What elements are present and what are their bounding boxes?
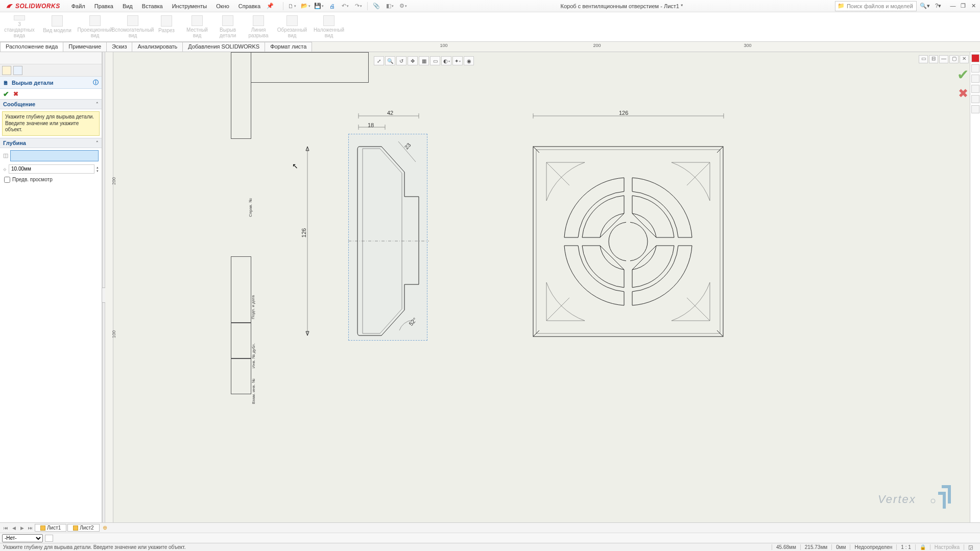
layer-bar: -Нет- xyxy=(0,533,980,543)
zoom-area-icon[interactable]: 🔍 xyxy=(385,56,395,65)
help-icon[interactable]: ?▾ xyxy=(933,3,943,9)
3d-drawing-icon[interactable]: ▦ xyxy=(419,56,429,65)
menu-help[interactable]: Справка xyxy=(234,2,265,11)
svg-text:Vertex: Vertex xyxy=(878,493,916,506)
tab-sketch[interactable]: Эскиз xyxy=(106,42,132,52)
cmd-auxiliary-view: Вспомогательный вид xyxy=(116,14,149,39)
dim-126-front: 126 xyxy=(619,110,628,116)
zoom-prev-icon[interactable]: ↺ xyxy=(396,56,407,65)
display-icon[interactable]: ✦ xyxy=(452,56,463,65)
tab-view-layout[interactable]: Расположение вида xyxy=(0,42,63,52)
zoom-fit-icon[interactable]: ⤢ xyxy=(374,56,384,65)
svg-point-29 xyxy=(931,499,935,503)
viewport-2h[interactable]: ⊟ xyxy=(929,55,938,63)
status-scale[interactable]: 1 : 1 xyxy=(896,544,915,550)
pin-icon[interactable]: 📌 xyxy=(267,3,274,9)
sheet-nav-first[interactable]: ⏮ xyxy=(2,525,9,531)
ruler-vertical: 200 100 xyxy=(105,52,113,522)
confirm-feature-icon[interactable]: ✔ xyxy=(957,66,969,83)
cmd-break-line: Линия разрыва xyxy=(245,14,272,39)
pan-icon[interactable]: ✥ xyxy=(408,56,418,65)
qat-save[interactable]: 💾 xyxy=(313,1,324,11)
svg-line-20 xyxy=(600,213,624,237)
window-restore[interactable]: ❐ xyxy=(959,3,968,9)
menu-tools[interactable]: Инструменты xyxy=(168,2,211,11)
status-coord-x: 45.68мм xyxy=(772,544,800,550)
tab-annotation[interactable]: Примечание xyxy=(63,42,107,52)
svg-line-26 xyxy=(687,298,710,321)
tab-addins[interactable]: Добавления SOLIDWORKS xyxy=(182,42,265,52)
depth-ref-icon: ◫ xyxy=(3,152,8,159)
status-lock-icon[interactable]: 🔒 xyxy=(915,544,930,550)
hide-show-icon[interactable]: ◐ xyxy=(441,56,451,65)
viewport-single[interactable]: ▭ xyxy=(919,55,928,63)
sheet-nav-last[interactable]: ⏭ xyxy=(27,525,34,531)
add-sheet-icon[interactable]: ⊕ xyxy=(101,524,109,531)
task-appearances[interactable] xyxy=(971,95,979,103)
menu-insert[interactable]: Вставка xyxy=(138,2,167,11)
task-design-lib[interactable] xyxy=(971,64,979,73)
menu-edit[interactable]: Правка xyxy=(90,2,117,11)
qat-redo[interactable]: ↷ xyxy=(353,1,364,11)
task-view-palette[interactable] xyxy=(971,85,979,93)
watermark: Vertex xyxy=(878,481,960,512)
svg-line-21 xyxy=(632,213,656,237)
menu-window[interactable]: Окно xyxy=(212,2,233,11)
sheet-nav-prev[interactable]: ◀ xyxy=(10,525,17,531)
panel-view-icon1[interactable] xyxy=(2,66,11,75)
layer-select[interactable]: -Нет- xyxy=(2,534,43,542)
window-close[interactable]: ✕ xyxy=(969,3,978,9)
title-block-column: Справ. № Подп. и дата Инв. № дубл. Взам.… xyxy=(231,52,251,440)
sheet-tab-1[interactable]: Лист1 xyxy=(35,524,66,532)
drawing-canvas[interactable]: ⤢ 🔍 ↺ ✥ ▦ ▭ ◐ ✦ ◉ ▭ ⊟ — ▢ ✕ ✔ ✖ xyxy=(113,52,980,522)
search-input[interactable]: 📁 Поиск файлов и моделей xyxy=(835,1,917,11)
qat-select[interactable]: 📎 xyxy=(371,1,382,11)
menu-file[interactable]: Файл xyxy=(67,2,89,11)
folder-icon: 📁 xyxy=(838,3,845,9)
sheet-nav-next[interactable]: ▶ xyxy=(18,525,26,531)
svg-line-23 xyxy=(600,246,624,270)
tab-sheet-format[interactable]: Формат листа xyxy=(265,42,312,52)
depth-selection-field[interactable] xyxy=(10,150,99,161)
status-hint: Укажите глубину для вырыва детали. Введи… xyxy=(3,544,186,550)
status-expand-icon[interactable]: ◲ xyxy=(964,544,977,550)
preview-checkbox-row[interactable]: Предв. просмотр xyxy=(0,175,102,185)
qat-print[interactable]: 🖨 xyxy=(326,1,338,11)
scene-icon[interactable]: ◉ xyxy=(464,56,474,65)
qat-open[interactable]: 📂 xyxy=(300,1,311,11)
accept-button[interactable]: ✔ xyxy=(3,90,9,98)
svg-line-27 xyxy=(546,298,569,321)
app-logo: SOLIDWORKS xyxy=(2,2,63,11)
menu-view[interactable]: Вид xyxy=(118,2,137,11)
drawing-side-view xyxy=(297,106,440,346)
sheet-tab-2[interactable]: Лист2 xyxy=(67,524,99,532)
task-file-explorer[interactable] xyxy=(971,75,979,83)
layer-color-swatch[interactable] xyxy=(45,535,53,542)
qat-rebuild[interactable]: ◧ xyxy=(384,1,395,11)
tab-evaluate[interactable]: Анализировать xyxy=(132,42,183,52)
qat-undo[interactable]: ↶ xyxy=(340,1,351,11)
panel-view-icon2[interactable] xyxy=(13,66,22,75)
panel-help-icon[interactable]: ⓘ xyxy=(93,79,99,86)
view-toolbar: ⤢ 🔍 ↺ ✥ ▦ ▭ ◐ ✦ ◉ xyxy=(374,56,474,65)
status-state: Недоопределен xyxy=(850,544,896,550)
search-icon[interactable]: 🔍▾ xyxy=(918,3,932,9)
preview-checkbox[interactable] xyxy=(4,177,10,183)
qat-new[interactable]: 🗋 xyxy=(286,1,298,11)
task-custom-props[interactable] xyxy=(971,105,979,113)
task-sw-resources[interactable] xyxy=(971,54,979,62)
depth-spinner[interactable]: ▴▾ xyxy=(97,165,99,173)
cancel-button[interactable]: ✖ xyxy=(13,90,18,98)
viewport-max[interactable]: ▢ xyxy=(949,55,959,63)
qat-options[interactable]: ⚙ xyxy=(397,1,409,11)
svg-line-25 xyxy=(687,162,710,185)
depth-value-icon: ⟐ xyxy=(3,166,7,172)
viewport-close[interactable]: ✕ xyxy=(960,55,969,63)
depth-value-input[interactable] xyxy=(9,164,94,174)
window-minimize[interactable]: — xyxy=(948,3,958,9)
viewport-min[interactable]: — xyxy=(939,55,948,63)
display-style-icon[interactable]: ▭ xyxy=(430,56,440,65)
section-message-title: Сообщение xyxy=(3,101,35,107)
status-customize[interactable]: Настройка xyxy=(930,544,964,550)
cancel-feature-icon[interactable]: ✖ xyxy=(958,86,968,101)
